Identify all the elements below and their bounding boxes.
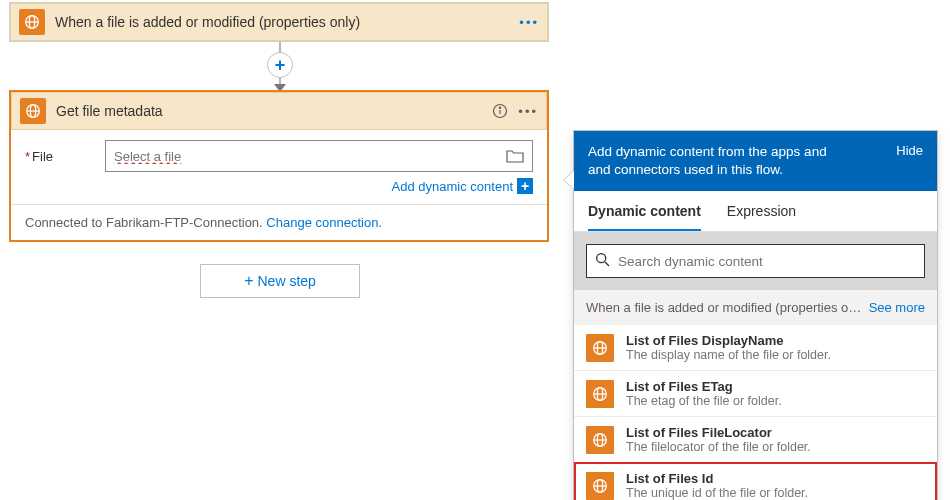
panel-header: Add dynamic content from the apps and an…: [574, 131, 937, 191]
dc-item-desc: The unique id of the file or folder.: [626, 486, 808, 500]
dc-item-title: List of Files ETag: [626, 379, 782, 394]
info-icon[interactable]: [492, 103, 508, 119]
trigger-header[interactable]: When a file is added or modified (proper…: [10, 3, 548, 41]
dc-item-list-of-files-id[interactable]: List of Files IdThe unique id of the fil…: [574, 462, 937, 500]
ftp-icon: [586, 472, 614, 500]
change-connection-link[interactable]: Change connection.: [266, 215, 382, 230]
insert-step-button[interactable]: +: [267, 52, 293, 78]
dc-item-desc: The etag of the file or folder.: [626, 394, 782, 408]
search-icon: [595, 252, 610, 270]
file-field-label: *File: [25, 149, 95, 164]
panel-header-text: Add dynamic content from the apps and an…: [588, 143, 848, 179]
trigger-card[interactable]: When a file is added or modified (proper…: [9, 2, 549, 42]
dynamic-content-panel: Add dynamic content from the apps and an…: [573, 130, 938, 500]
dc-item-title: List of Files FileLocator: [626, 425, 811, 440]
dc-item[interactable]: List of Files DisplayNameThe display nam…: [574, 325, 937, 370]
connection-text: Connected to Fabrikam-FTP-Connection.: [25, 215, 266, 230]
add-dynamic-content-link[interactable]: Add dynamic content +: [392, 178, 533, 194]
add-dynamic-content-label: Add dynamic content: [392, 179, 513, 194]
panel-tabs: Dynamic content Expression: [574, 191, 937, 232]
ftp-icon: [586, 334, 614, 362]
dc-group-title: When a file is added or modified (proper…: [586, 300, 861, 315]
search-input[interactable]: [618, 254, 916, 269]
more-icon[interactable]: •••: [519, 15, 539, 30]
panel-pointer: [564, 171, 574, 189]
hide-link[interactable]: Hide: [896, 143, 923, 158]
dc-item[interactable]: List of Files ETagThe etag of the file o…: [574, 370, 937, 416]
action-card[interactable]: Get file metadata ••• *File: [9, 90, 549, 242]
see-more-link[interactable]: See more: [869, 300, 925, 315]
file-input-text[interactable]: [114, 149, 506, 164]
dc-item-list: List of Files DisplayNameThe display nam…: [574, 325, 937, 500]
tab-dynamic-content[interactable]: Dynamic content: [588, 191, 701, 231]
dc-group-header: When a file is added or modified (proper…: [574, 290, 937, 325]
ftp-icon: [19, 9, 45, 35]
plus-icon: +: [517, 178, 533, 194]
file-input[interactable]: [105, 140, 533, 172]
ftp-icon: [586, 426, 614, 454]
search-box[interactable]: [586, 244, 925, 278]
svg-point-8: [500, 107, 501, 108]
svg-line-10: [605, 262, 609, 266]
svg-point-9: [597, 254, 606, 263]
dc-item-title: List of Files DisplayName: [626, 333, 831, 348]
plus-icon: +: [244, 272, 253, 290]
tab-expression[interactable]: Expression: [727, 191, 796, 231]
new-step-label: New step: [257, 273, 315, 289]
connection-row: Connected to Fabrikam-FTP-Connection. Ch…: [11, 204, 547, 240]
dc-item[interactable]: List of Files FileLocatorThe filelocator…: [574, 416, 937, 462]
more-icon[interactable]: •••: [518, 104, 538, 119]
ftp-icon: [586, 380, 614, 408]
dc-item-desc: The display name of the file or folder.: [626, 348, 831, 362]
new-step-button[interactable]: + New step: [200, 264, 360, 298]
trigger-title: When a file is added or modified (proper…: [55, 14, 519, 30]
ftp-icon: [20, 98, 46, 124]
action-header[interactable]: Get file metadata •••: [11, 92, 547, 130]
dc-item-title: List of Files Id: [626, 471, 808, 486]
folder-icon[interactable]: [506, 149, 524, 163]
dc-item-desc: The filelocator of the file or folder.: [626, 440, 811, 454]
action-title: Get file metadata: [56, 103, 492, 119]
